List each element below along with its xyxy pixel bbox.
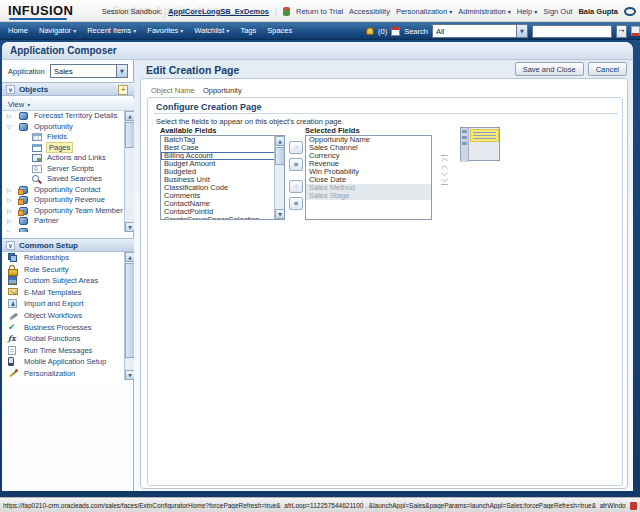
tree-item-fields[interactable]: Fields [2, 132, 134, 143]
pages-icon [32, 144, 42, 152]
move-selected-right-button[interactable]: › [289, 141, 303, 154]
selected-fields-listbox[interactable]: Opportunity Name Sales Channel Currency … [305, 135, 432, 220]
common-setup-item-global-functions[interactable]: ƒx Global Functions [2, 333, 134, 345]
accessibility-link[interactable]: Accessibility [349, 7, 390, 16]
common-setup-scrollbar[interactable]: ▲ ▼ [124, 252, 134, 380]
object-name-value: Opportunity [203, 86, 242, 95]
object-name-label: Object Name [151, 86, 195, 95]
scroll-up-icon[interactable]: ▲ [275, 136, 285, 146]
expand-icon[interactable]: ▷ [7, 207, 12, 214]
common-setup-item-role-security[interactable]: Role Security [2, 264, 134, 276]
tree-item-opportunity-revenue[interactable]: ▷ Opportunity Revenue [2, 195, 134, 206]
save-and-close-button[interactable]: Save and Close [515, 62, 584, 76]
tree-item-saved-searches[interactable]: Saved Searches [2, 174, 134, 185]
common-setup-item-object-workflows[interactable]: Object Workflows [2, 310, 134, 322]
common-setup-item-business-processes[interactable]: ✔ Business Processes [2, 322, 134, 334]
section-divider [154, 113, 618, 114]
page-title-bar: Application Composer [2, 42, 633, 60]
import-export-icon [8, 299, 17, 308]
available-field-option[interactable]: CreateGroupSpaceSelection [161, 216, 284, 220]
common-setup-item-relationships[interactable]: Relationships [2, 252, 134, 264]
common-setup-item-import-export[interactable]: Import and Export [2, 298, 134, 310]
objects-section-header[interactable]: Objects [2, 82, 134, 96]
create-object-icon[interactable] [118, 85, 128, 95]
available-list-scrollbar[interactable]: ▲ ▼ [274, 136, 284, 219]
nav-recent-items[interactable]: Recent Items [87, 26, 136, 35]
nav-favorites[interactable]: Favorites [147, 26, 183, 35]
session-sandbox-link[interactable]: ApplCoreLongSB_ExDemos [168, 7, 269, 16]
application-select[interactable]: Sales ▼ [50, 64, 128, 78]
available-fields-listbox[interactable]: BatchTag Best Case Billing Account Budge… [160, 135, 285, 220]
search-go-button[interactable]: → [616, 25, 627, 38]
alerts-bell-icon[interactable] [366, 27, 374, 35]
tree-item-label: Actions and Links [47, 153, 106, 162]
common-setup-item-run-time-messages[interactable]: Run Time Messages [2, 345, 134, 357]
tree-item-opportunity-team-member[interactable]: ▷ Opportunity Team Member [2, 206, 134, 217]
tree-item-partner[interactable]: ▷ Partner [2, 216, 134, 227]
tree-item-opportunity[interactable]: ▽ Opportunity [2, 122, 134, 133]
tree-item-actions-and-links[interactable]: Actions and Links [2, 153, 134, 164]
view-menu[interactable]: View [8, 100, 30, 109]
collapse-tree-icon[interactable]: ▽ [7, 123, 12, 130]
preview-sidebar [461, 128, 469, 162]
nav-tags[interactable]: Tags [240, 26, 256, 35]
scroll-down-icon[interactable]: ▼ [125, 222, 134, 232]
scroll-up-icon[interactable]: ▲ [125, 252, 134, 262]
administration-menu[interactable]: Administration [458, 7, 511, 16]
expand-icon[interactable]: ▷ [7, 196, 12, 203]
expand-icon[interactable]: ▷ [7, 228, 12, 233]
wand-icon [8, 369, 18, 379]
common-setup-item-email-templates[interactable]: E-Mail Templates [2, 287, 134, 299]
page-layout-preview-thumbnail [460, 127, 500, 161]
tree-item-opportunity-contact[interactable]: ▷ Opportunity Contact [2, 185, 134, 196]
application-value: Sales [51, 67, 116, 76]
global-search-input[interactable] [532, 25, 612, 38]
move-up-button[interactable] [439, 158, 450, 166]
tree-item-pages[interactable]: Pages [2, 143, 134, 154]
search-scope-select[interactable]: All ▼ [432, 24, 528, 38]
common-setup-item-custom-subject-areas[interactable]: Custom Subject Areas [2, 275, 134, 287]
nav-watchlist[interactable]: Watchlist [194, 26, 229, 35]
tree-scrollbar[interactable]: ▲ ▼ [124, 111, 134, 232]
sign-out-link[interactable]: Sign Out [543, 7, 572, 16]
expand-icon[interactable]: ▷ [7, 186, 12, 193]
scroll-up-icon[interactable]: ▲ [125, 111, 134, 121]
calendar-icon[interactable] [391, 27, 400, 36]
tree-item-clipped[interactable]: ▷ [2, 227, 134, 233]
cancel-button[interactable]: Cancel [588, 62, 627, 76]
nav-home[interactable]: Home [8, 26, 28, 35]
function-icon: ƒx [8, 334, 16, 343]
advanced-search-icon[interactable] [631, 26, 640, 36]
common-setup-item-personalization[interactable]: Personalization [2, 368, 134, 380]
common-setup-header[interactable]: Common Setup [2, 238, 134, 252]
scroll-down-icon[interactable]: ▼ [125, 370, 134, 380]
move-selected-left-button[interactable]: ‹ [289, 180, 303, 193]
common-setup-item-mobile-application-setup[interactable]: Mobile Application Setup [2, 356, 134, 368]
expand-icon[interactable]: ▷ [7, 112, 12, 119]
tree-item-forecast-territory-details[interactable]: ▷ Forecast Territory Details [2, 111, 134, 122]
tree-item-server-scripts[interactable]: Server Scripts [2, 164, 134, 175]
collapse-icon[interactable] [6, 85, 15, 94]
scroll-down-icon[interactable]: ▼ [275, 209, 285, 219]
scrollbar-thumb[interactable] [275, 147, 285, 165]
personalization-menu[interactable]: Personalization [396, 7, 452, 16]
item-label: Object Workflows [24, 311, 82, 320]
move-down-button[interactable] [439, 166, 450, 174]
item-label: Custom Subject Areas [24, 276, 98, 285]
move-all-right-button[interactable]: » [289, 158, 303, 171]
nav-spaces[interactable]: Spaces [267, 26, 292, 35]
application-composer-screen: INFUSION Fusion Applications Session San… [0, 0, 640, 512]
scrollbar-thumb[interactable] [125, 122, 134, 148]
collapse-icon[interactable] [6, 241, 15, 250]
move-top-button[interactable] [439, 150, 450, 158]
nav-navigator[interactable]: Navigator [39, 26, 76, 35]
help-menu[interactable]: Help [517, 7, 537, 16]
scrollbar-thumb[interactable] [125, 263, 134, 358]
return-to-trial-link[interactable]: Return to Trial [296, 7, 343, 16]
move-all-left-button[interactable]: « [289, 197, 303, 210]
move-bottom-button[interactable] [439, 174, 450, 182]
tree-item-label-selected: Pages [47, 143, 72, 152]
expand-icon[interactable]: ▷ [7, 217, 12, 224]
search-label: Search [404, 27, 428, 36]
tree-item-label: Server Scripts [47, 164, 94, 173]
